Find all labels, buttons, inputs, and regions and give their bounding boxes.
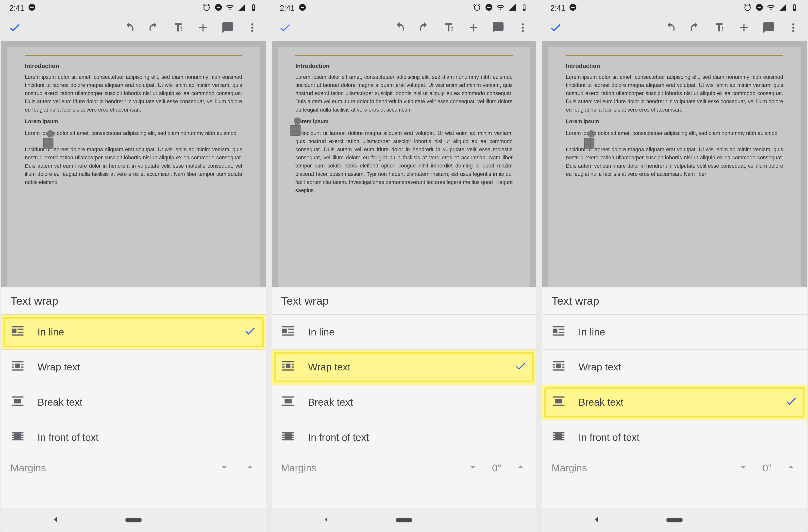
resize-handle-br[interactable]	[43, 138, 50, 145]
wrap-option-inline[interactable]: In line	[1, 314, 266, 350]
wrap-option-front[interactable]: In front of text	[272, 420, 536, 455]
format-button[interactable]	[172, 21, 185, 35]
editor-toolbar	[542, 15, 807, 41]
done-button[interactable]	[549, 21, 562, 35]
wrap-option-wrap-icon	[11, 359, 25, 375]
nav-home-pill[interactable]	[396, 518, 412, 522]
doc-intro: Lorem ipsum dolor sit amet, consectetuer…	[295, 73, 513, 114]
alarm-icon	[202, 3, 210, 13]
status-app-icon	[569, 3, 577, 13]
wrap-option-front[interactable]: In front of text	[542, 420, 807, 455]
wrap-option-label: Break text	[308, 397, 353, 408]
wrap-option-label: In line	[308, 326, 334, 338]
done-button[interactable]	[279, 21, 291, 35]
doc-intro: Lorem ipsum dolor sit amet, consectetuer…	[566, 73, 783, 114]
doc-heading: Introduction	[566, 61, 783, 71]
wrap-option-label: Wrap text	[579, 361, 621, 373]
wrap-option-wrap[interactable]: Wrap text	[1, 350, 266, 385]
redo-button[interactable]	[688, 21, 701, 35]
document-area[interactable]: Introduction Lorem ipsum dolor sit amet,…	[542, 41, 807, 288]
margins-row[interactable]: Margins 0"	[272, 455, 536, 481]
sheet-title: Text wrap	[1, 288, 266, 314]
wifi-icon	[496, 3, 504, 13]
redo-button[interactable]	[147, 21, 160, 35]
margins-row[interactable]: Margins 0"	[542, 455, 807, 481]
wrap-option-break-icon	[11, 394, 25, 410]
status-app-icon	[298, 3, 307, 13]
more-button[interactable]	[787, 21, 800, 35]
more-button[interactable]	[516, 21, 529, 35]
redo-button[interactable]	[418, 21, 430, 35]
rotate-handle[interactable]	[588, 130, 595, 137]
nav-back[interactable]	[50, 514, 61, 526]
doc-subhead: Lorem ipsum	[566, 118, 599, 124]
insert-button[interactable]	[197, 21, 209, 35]
document-area[interactable]: Introduction Lorem ipsum dolor sit amet,…	[272, 41, 536, 288]
wrap-option-inline[interactable]: In line	[272, 314, 536, 350]
dnd-icon	[755, 3, 764, 13]
rotate-handle[interactable]	[47, 130, 54, 137]
wrap-option-label: In line	[579, 326, 605, 338]
wrap-option-break[interactable]: Break text	[272, 385, 536, 420]
margins-increase[interactable]	[244, 461, 256, 476]
insert-button[interactable]	[467, 21, 480, 35]
wifi-icon	[226, 3, 234, 13]
document-area[interactable]: Introduction Lorem ipsum dolor sit amet,…	[1, 41, 266, 288]
nav-back[interactable]	[591, 514, 602, 526]
wifi-icon	[767, 3, 775, 13]
insert-button[interactable]	[737, 21, 750, 35]
undo-button[interactable]	[664, 21, 677, 35]
doc-body: tincidunt ut laoreet dolore magna aliqua…	[25, 146, 242, 186]
battery-icon	[790, 3, 798, 13]
cell-icon	[779, 3, 787, 13]
comment-button[interactable]	[221, 21, 234, 35]
done-button[interactable]	[8, 21, 21, 35]
wrap-option-wrap[interactable]: Wrap text	[272, 350, 536, 385]
wrap-option-label: Break text	[37, 397, 82, 408]
undo-button[interactable]	[393, 21, 406, 35]
more-button[interactable]	[246, 21, 259, 35]
margins-increase[interactable]	[785, 461, 797, 476]
comment-button[interactable]	[492, 21, 504, 35]
cell-icon	[508, 3, 516, 13]
resize-handle-br[interactable]	[290, 125, 297, 132]
margins-value: 0"	[492, 462, 501, 474]
wrap-option-front[interactable]: In front of text	[1, 420, 266, 455]
alarm-icon	[743, 3, 752, 13]
wrap-option-break[interactable]: Break text	[542, 385, 807, 420]
wrap-option-label: Break text	[579, 397, 623, 408]
sheet-title: Text wrap	[542, 288, 807, 314]
doc-heading: Introduction	[25, 61, 242, 71]
wrap-option-break-icon	[281, 394, 295, 410]
nav-home-pill[interactable]	[125, 518, 142, 522]
wrap-option-break[interactable]: Break text	[1, 385, 266, 420]
phone-screenshot: 2:41 Introduction Lorem ipsum dolor sit …	[272, 1, 536, 532]
wrap-option-label: In front of text	[37, 432, 98, 443]
selected-check-icon	[244, 324, 256, 340]
resize-handle-br[interactable]	[584, 138, 591, 145]
status-time: 2:41	[280, 4, 295, 13]
comment-button[interactable]	[762, 21, 775, 35]
status-time: 2:41	[550, 4, 565, 13]
wrap-option-label: Wrap text	[37, 361, 80, 373]
rotate-handle[interactable]	[294, 117, 301, 125]
wrap-option-wrap[interactable]: Wrap text	[542, 350, 807, 385]
undo-button[interactable]	[123, 21, 135, 35]
wrap-option-inline-icon	[281, 324, 295, 341]
battery-icon	[249, 3, 257, 13]
wrap-option-front-icon	[552, 429, 566, 446]
margins-row[interactable]: Margins	[1, 455, 266, 481]
format-button[interactable]	[713, 21, 726, 35]
format-button[interactable]	[442, 21, 455, 35]
wrap-option-inline[interactable]: In line	[542, 314, 807, 350]
wrap-option-front-icon	[281, 429, 295, 446]
margins-decrease[interactable]	[737, 461, 750, 476]
margins-decrease[interactable]	[466, 461, 479, 476]
wrap-option-inline-icon	[11, 324, 25, 341]
android-nav-bar	[272, 508, 536, 532]
doc-body: tincidunt ut laoreet dolore magna aliqua…	[566, 146, 783, 178]
nav-back[interactable]	[321, 514, 331, 526]
nav-home-pill[interactable]	[666, 518, 683, 522]
margins-increase[interactable]	[514, 461, 527, 476]
margins-decrease[interactable]	[218, 461, 231, 476]
